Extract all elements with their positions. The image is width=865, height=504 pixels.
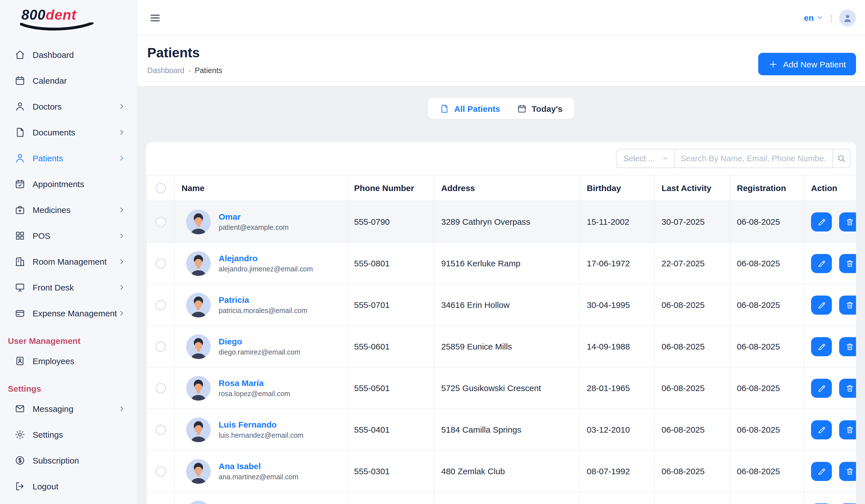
search-button[interactable] (833, 149, 850, 168)
last-activity-cell: 06-08-2025 (655, 367, 730, 409)
edit-button[interactable] (811, 254, 832, 273)
sidebar-item-settings[interactable]: Settings (0, 421, 137, 447)
registration-cell: 06-08-2025 (730, 326, 804, 367)
patient-name-link[interactable]: Patricia (219, 295, 308, 305)
sidebar-item-appointments[interactable]: Appointments (0, 171, 137, 197)
sidebar-item-room-management[interactable]: Room Management (0, 248, 137, 274)
patient-avatar (186, 376, 211, 400)
brand-logo[interactable]: 800dent (0, 0, 137, 34)
menu-toggle-button[interactable] (147, 9, 163, 26)
birthday-cell: 17-06-1972 (580, 243, 655, 284)
phone-cell: 555-0401 (347, 409, 434, 450)
room-icon (14, 256, 25, 267)
sidebar-item-medicines[interactable]: Medicines (0, 197, 137, 223)
language-selector[interactable]: en (804, 13, 823, 23)
tab-todays-label: Today's (532, 104, 563, 113)
row-checkbox[interactable] (155, 466, 165, 477)
last-activity-cell: 06-08-2025 (655, 409, 730, 450)
sidebar-item-patients[interactable]: Patients (0, 145, 137, 171)
breadcrumb: Dashboard - Patients (147, 66, 856, 75)
table-header-row: Name Phone Number Address Birthday Last … (147, 175, 856, 201)
sidebar-item-front-desk[interactable]: Front Desk (0, 274, 137, 300)
edit-button[interactable] (811, 378, 832, 398)
delete-button[interactable] (839, 461, 856, 481)
patient-name-cell: Alejandro alejandro.jimenez@email.com (182, 251, 340, 276)
patient-name-cell: Rosa María rosa.lopez@email.com (182, 376, 340, 400)
employees-icon (14, 355, 25, 366)
row-checkbox[interactable] (155, 342, 165, 352)
trash-icon (845, 300, 854, 309)
add-new-patient-button[interactable]: Add New Patient (759, 53, 856, 75)
sidebar-item-documents[interactable]: Documents (0, 119, 137, 145)
chevron-down-icon (816, 14, 823, 21)
delete-button[interactable] (839, 337, 856, 356)
row-checkbox[interactable] (155, 383, 165, 393)
patient-name-link[interactable]: Omar (219, 212, 289, 221)
birthday-cell: 22-11-1978 (580, 492, 655, 504)
last-activity-cell: 06-08-2025 (655, 326, 730, 367)
sidebar-item-pos[interactable]: POS (0, 223, 137, 248)
tab-all-patients-label: All Patients (454, 104, 500, 113)
tabs-bar: All Patients Today's (137, 86, 865, 119)
row-checkbox[interactable] (155, 425, 165, 435)
edit-button[interactable] (811, 337, 832, 356)
patient-name-link[interactable]: Rosa María (219, 378, 290, 388)
patients-table-card: Select ... (146, 142, 856, 504)
birthday-cell: 14-09-1988 (580, 326, 655, 367)
column-birthday: Birthday (580, 175, 655, 201)
row-checkbox[interactable] (155, 217, 165, 227)
user-avatar[interactable] (839, 9, 856, 26)
sidebar-item-doctors[interactable]: Doctors (0, 93, 137, 119)
birthday-cell: 30-04-1995 (580, 284, 655, 326)
phone-cell: 555-0790 (347, 201, 434, 243)
patient-name-link[interactable]: Diego (219, 337, 300, 346)
select-all-checkbox[interactable] (155, 183, 165, 193)
sidebar-item-subscription[interactable]: Subscription (0, 447, 137, 473)
tab-all-patients[interactable]: All Patients (431, 98, 508, 119)
user-icon (842, 12, 853, 23)
hamburger-icon (149, 12, 161, 24)
patient-email: alejandro.jimenez@email.com (219, 265, 313, 273)
tab-todays[interactable]: Today's (509, 98, 571, 119)
filter-select[interactable]: Select ... (616, 149, 675, 168)
sidebar-item-expense-management[interactable]: Expense Management (0, 300, 137, 326)
breadcrumb-dashboard[interactable]: Dashboard (147, 66, 184, 75)
patient-name-link[interactable]: Alejandro (219, 254, 313, 263)
delete-button[interactable] (839, 254, 856, 273)
edit-button[interactable] (811, 295, 832, 314)
edit-button[interactable] (811, 420, 832, 439)
sidebar-item-messaging[interactable]: Messaging (0, 396, 137, 421)
birthday-cell: 28-01-1965 (580, 367, 655, 409)
sidebar-item-employees[interactable]: Employees (0, 348, 137, 374)
table-row: Ana Isabel ana.martinez@email.com 555-03… (147, 450, 856, 492)
medicine-icon (14, 204, 25, 215)
edit-button[interactable] (811, 461, 832, 481)
patient-email: diego.ramirez@email.com (219, 348, 300, 356)
search-input[interactable] (675, 149, 833, 168)
sidebar-section-user-management: User Management (0, 336, 137, 345)
sidebar-item-dashboard[interactable]: Dashboard (0, 42, 137, 68)
edit-icon (817, 217, 826, 226)
topbar-right: en | (804, 9, 856, 26)
trash-icon (845, 342, 854, 351)
patient-name-link[interactable]: Ana Isabel (219, 461, 298, 471)
sidebar-item-logout[interactable]: Logout (0, 473, 137, 499)
topbar: en | (137, 0, 865, 36)
last-activity-cell: 22-07-2025 (655, 243, 730, 284)
chevron-right-icon (118, 283, 125, 291)
delete-button[interactable] (839, 378, 856, 398)
delete-button[interactable] (839, 420, 856, 439)
birthday-cell: 15-11-2002 (580, 201, 655, 243)
row-checkbox[interactable] (155, 300, 165, 310)
delete-button[interactable] (839, 212, 856, 231)
edit-button[interactable] (811, 212, 832, 231)
content-area: All Patients Today's Select ... (137, 86, 865, 504)
phone-cell: 555-0301 (347, 450, 434, 492)
delete-button[interactable] (839, 295, 856, 314)
sidebar-item-calendar[interactable]: Calendar (0, 68, 137, 93)
address-cell: 3289 Cathryn Overpass (434, 201, 580, 243)
row-checkbox[interactable] (155, 258, 165, 269)
trash-icon (845, 384, 854, 392)
edit-icon (817, 259, 826, 268)
patient-name-link[interactable]: Luis Fernando (219, 420, 303, 429)
